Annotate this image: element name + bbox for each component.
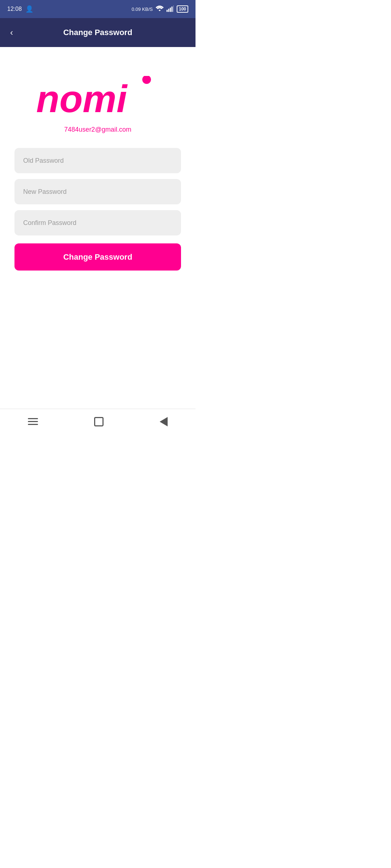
user-email: 7484user2@gmail.com xyxy=(64,126,131,133)
signal-icon xyxy=(167,5,174,13)
back-icon xyxy=(160,417,168,426)
app-logo: nomi xyxy=(36,76,159,117)
status-right: 0.09 KB/S 100 xyxy=(131,5,188,13)
app-bar: ‹ Change Password xyxy=(0,18,196,47)
old-password-input[interactable] xyxy=(14,148,181,173)
status-bar: 12:08 👤 0.09 KB/S 100 xyxy=(0,0,196,18)
change-password-button[interactable]: Change Password xyxy=(14,243,181,271)
notification-icon: 👤 xyxy=(25,5,33,13)
main-content: nomi 7484user2@gmail.com Change Password xyxy=(0,47,196,285)
svg-rect-4 xyxy=(173,5,174,12)
bottom-navigation xyxy=(0,409,196,434)
confirm-password-input[interactable] xyxy=(14,210,181,235)
hamburger-icon xyxy=(28,418,38,425)
svg-text:nomi: nomi xyxy=(36,78,128,116)
home-nav-button[interactable] xyxy=(94,417,104,426)
svg-point-6 xyxy=(142,76,151,84)
status-left: 12:08 👤 xyxy=(7,5,33,13)
back-button[interactable]: ‹ xyxy=(7,25,16,41)
new-password-input[interactable] xyxy=(14,179,181,204)
wifi-icon xyxy=(156,5,164,13)
svg-rect-1 xyxy=(168,9,169,12)
svg-rect-0 xyxy=(167,10,168,12)
time-display: 12:08 xyxy=(7,6,22,12)
page-title: Change Password xyxy=(63,28,133,37)
menu-nav-button[interactable] xyxy=(28,418,38,425)
battery-icon: 100 xyxy=(177,5,188,13)
form-container: Change Password xyxy=(14,148,181,271)
nomi-logo-svg: nomi xyxy=(36,76,159,116)
svg-rect-3 xyxy=(171,7,172,12)
network-speed: 0.09 KB/S xyxy=(131,7,153,12)
back-nav-button[interactable] xyxy=(160,417,168,426)
svg-rect-2 xyxy=(170,8,171,12)
home-icon xyxy=(94,417,104,426)
